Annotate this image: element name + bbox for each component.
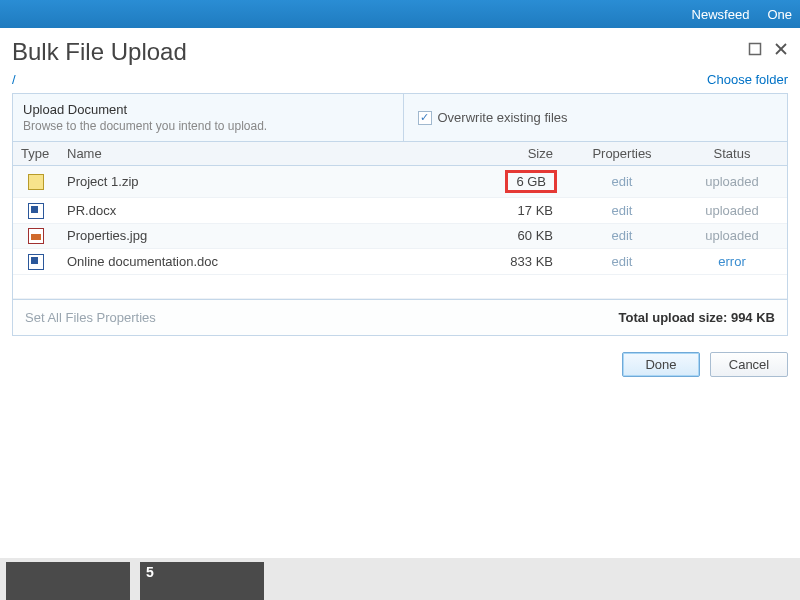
thumbnail-item[interactable] (6, 562, 130, 600)
upload-subtext: Browse to the document you intend to upl… (23, 119, 393, 133)
thumbnail-strip: 5 (0, 558, 800, 600)
dialog-title: Bulk File Upload (12, 38, 187, 66)
table-row[interactable]: PR.docx17 KBedituploaded (13, 198, 787, 224)
col-size[interactable]: Size (477, 142, 567, 166)
file-size: 60 KB (477, 223, 567, 249)
files-table: Type Name Size Properties Status Project… (13, 142, 787, 299)
upload-status: uploaded (705, 203, 759, 218)
upload-status[interactable]: error (718, 254, 745, 269)
file-name: PR.docx (59, 198, 477, 224)
cancel-button[interactable]: Cancel (710, 352, 788, 377)
jpg-file-icon (28, 228, 44, 244)
edit-properties-link[interactable]: edit (612, 254, 633, 269)
done-button[interactable]: Done (622, 352, 700, 377)
top-nav-bar: Newsfeed One (0, 0, 800, 28)
zip-file-icon (28, 174, 44, 190)
total-upload-size: Total upload size: 994 KB (618, 310, 775, 325)
set-all-properties-link[interactable]: Set All Files Properties (25, 310, 156, 325)
upload-status: uploaded (705, 228, 759, 243)
col-name[interactable]: Name (59, 142, 477, 166)
breadcrumb[interactable]: / (12, 72, 16, 87)
thumbnail-item[interactable]: 5 (140, 562, 264, 600)
table-row[interactable]: Online documentation.doc833 KBediterror (13, 249, 787, 275)
overwrite-checkbox[interactable]: ✓ (418, 111, 432, 125)
col-status[interactable]: Status (677, 142, 787, 166)
choose-folder-link[interactable]: Choose folder (707, 72, 788, 87)
edit-properties-link[interactable]: edit (612, 203, 633, 218)
file-size: 17 KB (477, 198, 567, 224)
file-name: Project 1.zip (59, 166, 477, 198)
file-size: 833 KB (477, 249, 567, 275)
bulk-upload-dialog: Bulk File Upload / Choose folder Upload … (0, 28, 800, 395)
upload-status: uploaded (705, 174, 759, 189)
maximize-icon[interactable] (748, 42, 762, 56)
table-row[interactable]: Project 1.zip6 GBedituploaded (13, 166, 787, 198)
col-type[interactable]: Type (13, 142, 59, 166)
doc-file-icon (28, 254, 44, 270)
edit-properties-link[interactable]: edit (612, 228, 633, 243)
table-row[interactable]: Properties.jpg60 KBedituploaded (13, 223, 787, 249)
svg-rect-0 (750, 44, 761, 55)
thumbnail-label: 5 (146, 564, 154, 580)
upload-heading: Upload Document (23, 102, 393, 117)
edit-properties-link[interactable]: edit (612, 174, 633, 189)
file-name: Properties.jpg (59, 223, 477, 249)
col-properties[interactable]: Properties (567, 142, 677, 166)
overwrite-label: Overwrite existing files (438, 110, 568, 125)
nav-link-one[interactable]: One (767, 7, 792, 22)
file-name: Online documentation.doc (59, 249, 477, 275)
file-size: 6 GB (477, 166, 567, 198)
nav-link-newsfeed[interactable]: Newsfeed (692, 7, 750, 22)
upload-panel: Upload Document Browse to the document y… (12, 93, 788, 336)
close-icon[interactable] (774, 42, 788, 56)
doc-file-icon (28, 203, 44, 219)
